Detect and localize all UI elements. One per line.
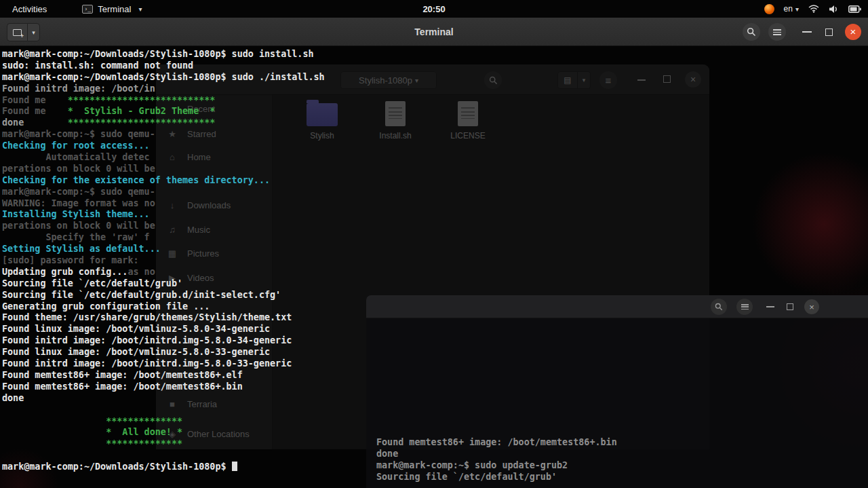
terminal-line: * All done! * — [2, 427, 325, 438]
terminal-line: Sourcing file `/etc/default/grub.d/init-… — [2, 290, 325, 301]
battery-icon — [848, 5, 861, 13]
terminal-cursor — [232, 462, 237, 471]
firefox-icon[interactable] — [764, 4, 774, 14]
top-bar: Activities ›_ Terminal 20:50 en — [0, 0, 868, 18]
terminal-line: Found memtest86+ image: /boot/memtest86+… — [2, 381, 325, 393]
terminal-text-segment: Found linux image: /boot/vmlinuz-5.8.0-3… — [2, 347, 270, 357]
terminal-text-segment: ************** — [2, 438, 182, 449]
clock-button[interactable]: 20:50 — [422, 4, 445, 14]
terminal-line: Updating grub config...as no — [2, 267, 325, 278]
terminal-line: mark@mark-comp:~$ sudo qemu- — [2, 187, 325, 198]
activities-button[interactable]: Activities — [8, 4, 51, 14]
terminal-line: mark@mark-comp:~/Downloads/Stylish-1080p… — [2, 72, 325, 83]
terminal-screen[interactable]: mark@mark-comp:~/Downloads/Stylish-1080p… — [0, 46, 868, 488]
terminal-menu-button[interactable] — [768, 23, 786, 41]
terminal-line: done — [2, 393, 325, 405]
new-tab-icon — [13, 29, 22, 36]
new-tab-dropdown[interactable] — [27, 23, 40, 41]
terminal-line: perations on block 0 will be — [2, 164, 325, 175]
search-icon — [747, 27, 756, 37]
terminal-text-segment: Checking for the existence of themes dir… — [2, 175, 270, 185]
terminal-text-segment: mark@mark-comp:~$ sudo qemu- — [2, 187, 155, 197]
terminal-text-segment: Automatically detec — [2, 152, 150, 162]
window-title: Terminal — [0, 18, 868, 46]
new-tab-button[interactable] — [7, 23, 27, 41]
terminal-app-icon: ›_ — [82, 5, 93, 14]
terminal-line: Installing Stylish theme... — [2, 209, 325, 221]
terminal-text-segment: Found me — [2, 106, 46, 116]
terminal-text-segment: mark@mark-comp:~$ sudo qemu- — [2, 129, 155, 139]
terminal-text-segment: Found initrd image: /boot/in — [2, 83, 155, 94]
system-status-area[interactable]: en — [764, 0, 861, 18]
terminal-text-segment: Generating grub configuration file ... — [2, 301, 210, 312]
terminal-line: Found me *************************** — [2, 95, 325, 107]
close-button[interactable] — [845, 24, 861, 40]
terminal-line: Checking for root access... — [2, 140, 325, 152]
terminal-text-segment: Installing Stylish theme... — [2, 209, 150, 219]
terminal-text-segment: Found me — [2, 95, 46, 105]
terminal-text-segment: done — [2, 393, 24, 403]
terminal-line: sudo: install.sh: command not found — [2, 60, 325, 72]
terminal-text-segment: sudo: install.sh: command not found — [2, 60, 193, 71]
terminal-text-segment: Setting Stylish as default... — [2, 244, 161, 254]
terminal-line: mark@mark-comp:~/Downloads/Stylish-1080p… — [2, 462, 325, 473]
terminal-text-segment: Updating grub config... — [2, 267, 127, 277]
terminal-text-segment: *************************** — [24, 117, 215, 128]
terminal-line: Generating grub configuration file ... — [2, 301, 325, 313]
terminal-search-button[interactable] — [743, 23, 760, 41]
minimize-button[interactable] — [802, 31, 812, 33]
terminal-line: Sourcing file `/etc/default/grub' — [2, 278, 325, 290]
terminal-line: ************** — [2, 438, 325, 450]
terminal-line — [2, 405, 325, 416]
keyboard-layout-indicator[interactable]: en — [784, 4, 799, 14]
terminal-line: Found initrd image: /boot/initrd.img-5.8… — [2, 335, 325, 347]
terminal-text-segment: Found memtest86+ image: /boot/memtest86+… — [2, 381, 243, 392]
terminal-line: mark@mark-comp:~/Downloads/Stylish-1080p… — [2, 49, 325, 60]
terminal-text-segment: perations on block 0 will be — [2, 164, 155, 174]
terminal-text-segment: Sourcing file `/etc/default/grub.d/init-… — [2, 290, 281, 300]
terminal-line: Found me * Stylish - Grub2 Theme * — [2, 106, 325, 117]
app-menu-label: Terminal — [98, 4, 131, 14]
terminal-text-segment: Sourcing file `/etc/default/grub' — [2, 278, 182, 288]
language-label: en — [784, 4, 793, 14]
maximize-button[interactable] — [825, 29, 833, 36]
terminal-text-segment: WARNING: Image format was no — [2, 198, 155, 208]
terminal-text-segment: * All done! * — [2, 427, 182, 437]
terminal-text-segment: Found initrd image: /boot/initrd.img-5.8… — [2, 358, 292, 369]
terminal-text-segment: as no — [127, 267, 155, 277]
terminal-line: perations on block 0 will be — [2, 221, 325, 232]
terminal-text-segment: Specify the 'raw' f — [2, 232, 150, 242]
terminal-text-segment: Found initrd image: /boot/initrd.img-5.8… — [2, 335, 292, 345]
terminal-line: WARNING: Image format was no — [2, 198, 325, 210]
terminal-text-segment: ************** — [2, 416, 182, 426]
terminal-line: Checking for the existence of themes dir… — [2, 175, 325, 187]
terminal-headerbar: Terminal — [0, 18, 868, 46]
terminal-line — [2, 450, 325, 462]
terminal-line: ************** — [2, 416, 325, 428]
terminal-text-segment: *************************** — [46, 95, 216, 105]
terminal-line: Found linux image: /boot/vmlinuz-5.8.0-3… — [2, 324, 325, 335]
terminal-text-segment: mark@mark-comp:~/Downloads/Stylish-1080p… — [2, 72, 325, 82]
terminal-line: Found theme: /usr/share/grub/themes/Styl… — [2, 312, 325, 324]
terminal-line: Automatically detec — [2, 152, 325, 164]
terminal-text-segment: Found linux image: /boot/vmlinuz-5.8.0-3… — [2, 324, 270, 334]
terminal-text-segment: Found memtest86+ image: /boot/memtest86+… — [2, 370, 243, 380]
terminal-line: Found initrd image: /boot/in — [2, 83, 325, 95]
wifi-icon — [808, 5, 819, 13]
terminal-line: Specify the 'raw' f — [2, 232, 325, 244]
hamburger-icon — [773, 29, 781, 35]
terminal-line: Found linux image: /boot/vmlinuz-5.8.0-3… — [2, 347, 325, 358]
terminal-line: mark@mark-comp:~$ sudo qemu- — [2, 129, 325, 140]
terminal-text-segment: perations on block 0 will be — [2, 221, 155, 231]
volume-icon — [829, 5, 839, 14]
terminal-text-segment: mark@mark-comp:~/Downloads/Stylish-1080p… — [2, 49, 314, 59]
terminal-text-segment: [sudo] password for mark: — [2, 255, 139, 265]
app-menu-button[interactable]: ›_ Terminal — [82, 4, 142, 14]
terminal-line: done *************************** — [2, 117, 325, 129]
terminal-text-segment: Found theme: /usr/share/grub/themes/Styl… — [2, 312, 292, 322]
terminal-text-segment: Checking for root access... — [2, 140, 150, 151]
terminal-line: [sudo] password for mark: — [2, 255, 325, 267]
terminal-output: mark@mark-comp:~/Downloads/Stylish-1080p… — [2, 49, 325, 473]
terminal-line: Setting Stylish as default... — [2, 244, 325, 255]
terminal-text-segment: * Stylish - Grub2 Theme * — [46, 106, 216, 116]
